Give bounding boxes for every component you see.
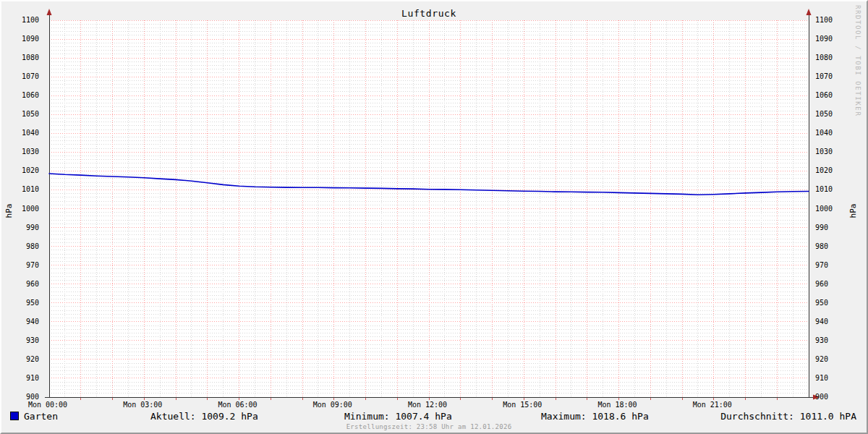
y-axis-unit-label-left: hPa [4, 202, 14, 221]
chart-title: Luftdruck [49, 8, 809, 19]
x-axis-tick-label: Mon 03:00 [112, 401, 173, 409]
y-axis-tick-label: 950 [815, 299, 828, 307]
y-axis-tick-label: 1100 [22, 16, 39, 25]
x-axis-tick-label: Mon 21:00 [682, 401, 743, 409]
stat-durchschnitt: Durchschnitt: 1011.0 hPA [720, 411, 856, 422]
y-axis-tick-label: 1010 [815, 185, 833, 194]
y-axis-tick-label: 980 [815, 242, 828, 251]
x-axis-tick-label: Mon 00:00 [17, 401, 78, 409]
x-axis-tick-label: Mon 12:00 [397, 401, 458, 409]
legend-swatch-garten [10, 412, 19, 420]
y-axis-tick-label: 920 [26, 355, 39, 364]
y-axis-tick-label: 1070 [815, 72, 833, 81]
x-axis-tick-label: Mon 15:00 [492, 401, 553, 409]
y-axis-tick-label: 970 [815, 261, 828, 270]
y-axis-tick-label: 1040 [22, 129, 39, 137]
y-axis-tick-label: 920 [815, 355, 828, 364]
y-axis-tick-label: 950 [26, 299, 39, 307]
y-axis-tick-label: 1030 [22, 148, 39, 156]
y-axis-tick-label: 1040 [815, 129, 833, 137]
y-axis-tick-label: 1030 [815, 148, 833, 156]
rrdtool-watermark: RRDTOOL / TOBI OETIKER [854, 5, 861, 116]
y-axis-tick-label: 980 [26, 242, 39, 251]
y-axis-tick-label: 1050 [22, 110, 39, 119]
y-axis-tick-label: 910 [26, 374, 39, 383]
rrdtool-graph-panel: Luftdruck 110010901080107010601050104010… [0, 0, 868, 434]
y-axis-tick-label: 1060 [815, 91, 833, 100]
y-axis-tick-label: 970 [26, 261, 39, 270]
x-axis-tick-label: Mon 09:00 [302, 401, 363, 409]
y-axis-tick-label: 1090 [815, 35, 833, 43]
legend-label: Garten [24, 411, 58, 422]
creation-timestamp: Erstellungszeit: 23:58 Uhr am 12.01.2026 [49, 423, 809, 430]
y-axis-tick-label: 990 [26, 224, 39, 232]
y-axis-tick-label: 930 [815, 336, 828, 345]
y-axis-tick-label: 1060 [22, 91, 39, 100]
x-axis-tick-label: Mon 06:00 [208, 401, 268, 409]
y-axis-tick-label: 1010 [22, 185, 39, 194]
stat-maximum: Maximum: 1018.6 hPa [541, 411, 649, 422]
stat-aktuell: Aktuell: 1009.2 hPa [150, 411, 258, 422]
y-axis-tick-label: 1080 [22, 54, 39, 62]
y-axis-tick-label: 1080 [815, 54, 833, 62]
y-axis-tick-label: 1000 [815, 205, 833, 213]
y-axis-tick-label: 910 [815, 374, 828, 383]
y-axis-tick-label: 960 [815, 280, 828, 289]
stat-minimum: Minimum: 1007.4 hPa [344, 411, 452, 422]
y-axis-tick-label: 940 [815, 318, 828, 326]
y-axis-tick-label: 1100 [815, 16, 833, 25]
y-axis-tick-label: 930 [26, 336, 39, 345]
y-axis-tick-label: 960 [26, 280, 39, 289]
y-axis-tick-label: 1070 [22, 72, 39, 81]
y-axis-tick-label: 1050 [815, 110, 833, 119]
x-axis-tick-label: Mon 18:00 [587, 401, 648, 409]
y-axis-tick-label: 940 [26, 318, 39, 326]
y-axis-tick-label: 990 [815, 224, 828, 232]
y-axis-unit-label-right: hPa [848, 202, 858, 221]
y-axis-tick-label: 900 [815, 393, 828, 401]
y-axis-tick-label: 1090 [22, 35, 39, 43]
chart-canvas [0, 0, 868, 434]
y-axis-tick-label: 1000 [22, 205, 39, 213]
y-axis-tick-label: 1020 [815, 166, 833, 175]
y-axis-tick-label: 1020 [22, 166, 39, 175]
